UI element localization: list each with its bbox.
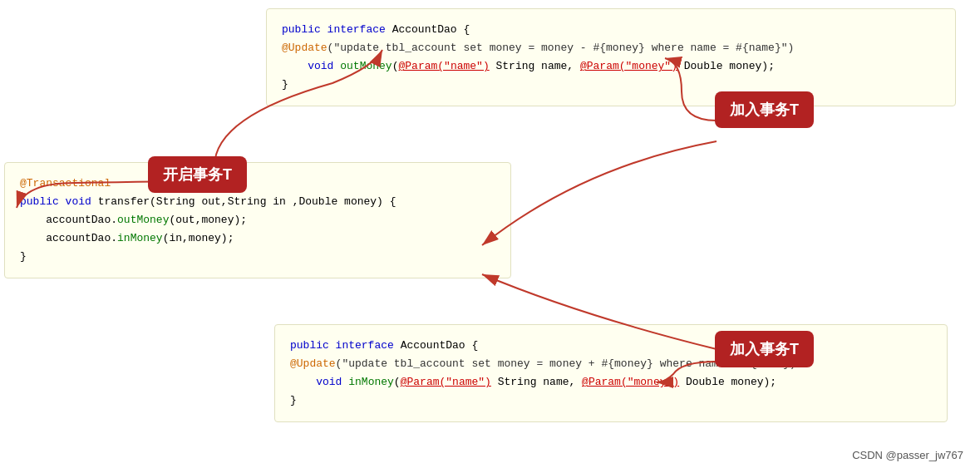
top-code-box: public interface AccountDao { @Update("u… [266,8,956,106]
bottom-line4: } [290,392,932,410]
top-line3: void outMoney(@Param("name") String name… [282,57,940,76]
mid-code-box: @Transactional public void transfer(Stri… [4,162,511,278]
top-line2: @Update("update tbl_account set money = … [282,39,940,57]
label-jiaru1: 加入事务T [715,91,814,128]
mid-line5: } [20,248,495,266]
label-kaiqishiwu: 开启事务T [148,156,247,193]
mid-line3: accountDao.outMoney(out,money); [20,211,495,229]
bottom-code-box: public interface AccountDao { @Update("u… [274,324,948,422]
mid-line1: @Transactional [20,175,495,193]
bottom-line1: public interface AccountDao { [290,337,932,355]
bottom-line3: void inMoney(@Param("name") String name,… [290,373,932,392]
label-jiaru2: 加入事务T [715,331,814,367]
top-line4: } [282,76,940,94]
top-line1: public interface AccountDao { [282,21,940,39]
mid-line4: accountDao.inMoney(in,money); [20,229,495,248]
watermark: CSDN @passer_jw767 [852,449,963,461]
bottom-line2: @Update("update tbl_account set money = … [290,355,932,373]
mid-line2: public void transfer(String out,String i… [20,193,495,211]
